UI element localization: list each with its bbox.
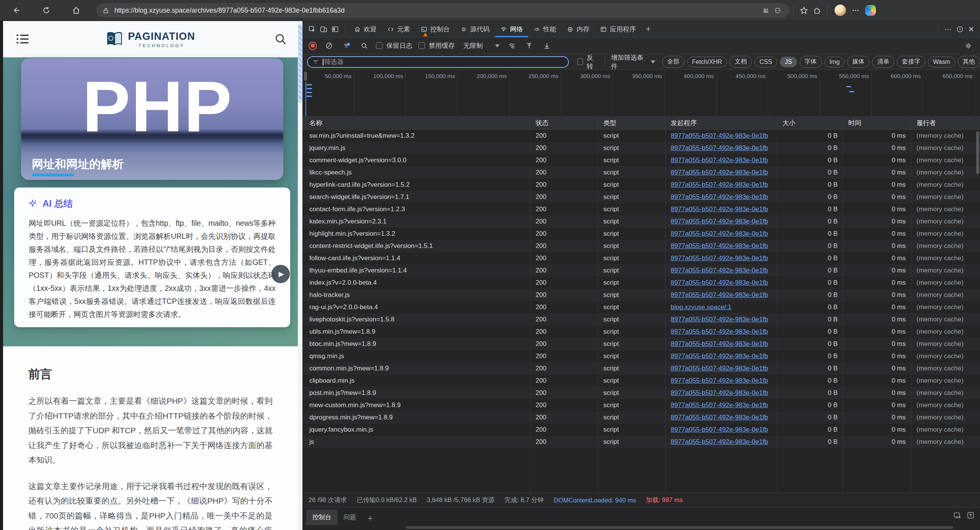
table-row[interactable]: highlight.min.js?version=1.3.2200script8… [302, 228, 980, 240]
initiator-link[interactable]: blog.xzyuse.space/:1 [671, 303, 732, 311]
request-name[interactable]: katex.min.js?version=2.3.1 [302, 218, 530, 225]
throttling-caret-icon[interactable] [495, 44, 500, 47]
initiator-link[interactable]: 8977a055-b507-492e-983e-0e1fb [671, 340, 768, 347]
devtools-tab-performance[interactable]: 性能 [528, 21, 562, 37]
import-har-icon[interactable] [523, 40, 535, 52]
preserve-log-checkbox[interactable] [376, 42, 382, 49]
table-row[interactable]: dprogress.min.js?mew=1.8.9200script8977a… [302, 411, 980, 424]
column-header-1[interactable]: 状态 [530, 117, 598, 129]
lock-icon[interactable] [103, 7, 109, 14]
menu-list-icon[interactable] [16, 33, 30, 45]
initiator-link[interactable]: 8977a055-b507-492e-983e-0e1fb [671, 144, 768, 152]
devtools-tab-elements[interactable]: 元素 [382, 21, 415, 37]
reload-icon[interactable] [40, 4, 53, 17]
filter-chip--[interactable]: 其他 [958, 56, 980, 68]
table-row[interactable]: content-restrict-widget.iife.js?version=… [302, 240, 980, 252]
disable-cache-checkbox[interactable] [418, 42, 425, 49]
invert-checkbox[interactable] [577, 59, 583, 65]
drawer-tab-console[interactable]: 控制台 [306, 510, 338, 525]
column-header-6[interactable]: 履行者 [911, 117, 980, 129]
table-row[interactable]: utils.min.js?mew=1.8.9200script8977a055-… [302, 326, 980, 338]
initiator-link[interactable]: 8977a055-b507-492e-983e-0e1fb [671, 414, 768, 421]
initiator-link[interactable]: 8977a055-b507-492e-983e-0e1fb [671, 279, 768, 286]
filter-chip--[interactable]: 文档 [730, 56, 752, 68]
table-row[interactable]: qmsg.min.js200script8977a055-b507-492e-9… [302, 350, 980, 362]
page-scrollbar[interactable] [298, 21, 302, 530]
overview-scroll-handle[interactable] [304, 72, 307, 81]
initiator-link[interactable]: 8977a055-b507-492e-983e-0e1fb [671, 254, 768, 262]
dock-side-icon[interactable] [329, 23, 341, 35]
request-name[interactable]: btoc.min.js?mew=1.8.9 [302, 340, 530, 348]
table-row[interactable]: index.js?v=2.0.0-beta.4200script8977a055… [302, 277, 980, 289]
initiator-link[interactable]: 8977a055-b507-492e-983e-0e1fb [671, 169, 768, 176]
initiator-link[interactable]: 8977a055-b507-492e-983e-0e1fb [671, 157, 768, 164]
request-name[interactable]: follow-card.iife.js?version=1.1.4 [302, 254, 530, 262]
initiator-link[interactable]: 8977a055-b507-492e-983e-0e1fb [671, 218, 768, 225]
initiator-link[interactable]: 8977a055-b507-492e-983e-0e1fb [671, 438, 768, 445]
filter-chip-img[interactable]: Img [825, 57, 845, 67]
initiator-link[interactable]: 8977a055-b507-492e-983e-0e1fb [671, 242, 768, 250]
request-name[interactable]: search-widget.iife.js?version=1.7.1 [302, 193, 530, 201]
home-icon[interactable] [70, 4, 83, 17]
devtools-tab-sources[interactable]: 源代码 [455, 21, 495, 37]
table-row[interactable]: sw.min.js?uninstall=true&mew=1.3.2200scr… [302, 130, 980, 142]
profile-avatar[interactable] [835, 5, 846, 16]
initiator-link[interactable]: 8977a055-b507-492e-983e-0e1fb [671, 365, 768, 372]
request-name[interactable]: jquery.min.js [302, 144, 530, 152]
request-name[interactable]: post.min.js?mew=1.8.9 [302, 389, 530, 397]
request-name[interactable]: index.js?v=2.0.0-beta.4 [302, 279, 530, 287]
table-row[interactable]: comment-widget.js?version=3.0.0200script… [302, 154, 980, 166]
filter-chip-wasm[interactable]: Wasm [928, 57, 955, 67]
table-row[interactable]: search-widget.iife.js?version=1.7.1200sc… [302, 191, 980, 203]
table-row[interactable]: jquery.fancybox.min.js200script8977a055-… [302, 424, 980, 436]
filter-chip--[interactable]: 媒体 [847, 56, 869, 68]
horizontal-scrollbar[interactable] [406, 526, 953, 529]
request-name[interactable]: qmsg.min.js [302, 352, 530, 360]
filter-chip--[interactable]: 字体 [800, 56, 822, 68]
column-header-4[interactable]: 大小 [777, 117, 843, 129]
request-name[interactable]: halo-tracker.js [302, 291, 530, 299]
request-name[interactable]: thyuu-embed.iife.js?version=1.1.4 [302, 267, 530, 274]
devtools-tab-console[interactable]: 控制台 [415, 21, 455, 37]
column-header-0[interactable]: 名称 [302, 117, 530, 129]
close-devtools-icon[interactable]: ✕ [965, 23, 977, 35]
column-header-3[interactable]: 发起程序 [665, 117, 777, 129]
request-name[interactable]: livephotoskit.js?version=1.5.8 [302, 316, 530, 323]
clear-network-log-icon[interactable] [323, 40, 335, 52]
extensions-icon[interactable] [810, 4, 823, 17]
record-network-log-button[interactable] [309, 42, 317, 50]
initiator-link[interactable]: 8977a055-b507-492e-983e-0e1fb [671, 377, 768, 384]
settings-more-icon[interactable] [849, 4, 862, 17]
address-bar[interactable]: https://blog.xzyuse.space/archives/8977a… [96, 3, 789, 18]
more-tabs-button[interactable]: + [641, 24, 655, 34]
throttling-select[interactable]: 无限制 [463, 41, 483, 50]
network-overview-timeline[interactable]: 50,000 ms100,000 ms150,000 ms200,000 ms2… [302, 70, 980, 117]
table-scrollbar-thumb[interactable] [976, 131, 979, 174]
table-row[interactable]: common.min.js?mew=1.8.9200script8977a055… [302, 362, 980, 375]
copilot-icon[interactable] [865, 5, 876, 16]
request-name[interactable]: mew-custom.min.js?mew=1.8.9 [302, 401, 530, 409]
table-row[interactable]: halo-tracker.js200script8977a055-b507-49… [302, 289, 980, 301]
initiator-link[interactable]: 8977a055-b507-492e-983e-0e1fb [671, 205, 768, 213]
device-toolbar-icon[interactable] [318, 23, 329, 35]
site-logo[interactable]: PAGINATION TECHNOLOGY [106, 31, 195, 48]
filter-chip-js[interactable]: JS [780, 57, 797, 67]
network-conditions-icon[interactable] [506, 40, 517, 52]
table-row[interactable]: js200script8977a055-b507-492e-983e-0e1fb… [302, 436, 980, 448]
initiator-link[interactable]: 8977a055-b507-492e-983e-0e1fb [671, 352, 768, 360]
table-row[interactable]: contact-form.iife.js?version=1.2.3200scr… [302, 203, 980, 215]
toggle-drawer-icon[interactable] [953, 511, 961, 521]
column-header-2[interactable]: 类型 [598, 117, 665, 129]
filter-chip--[interactable]: 套接字 [897, 56, 925, 68]
initiator-link[interactable]: 8977a055-b507-492e-983e-0e1fb [671, 291, 768, 298]
drawer-add-tab-button[interactable]: + [363, 512, 378, 525]
table-row[interactable]: post.min.js?mew=1.8.9200script8977a055-b… [302, 387, 980, 399]
initiator-link[interactable]: 8977a055-b507-492e-983e-0e1fb [671, 389, 768, 396]
request-name[interactable]: likcc-speech.js [302, 169, 530, 176]
more-tools-icon[interactable] [772, 5, 783, 16]
table-row[interactable]: btoc.min.js?mew=1.8.9200script8977a055-b… [302, 338, 980, 350]
url-text[interactable]: https://blog.xzyuse.space/archives/8977a… [114, 7, 760, 15]
filter-chip--[interactable]: 全部 [662, 56, 684, 68]
search-network-icon[interactable] [358, 40, 370, 52]
devtools-tab-application[interactable]: 应用程序 [595, 21, 641, 37]
